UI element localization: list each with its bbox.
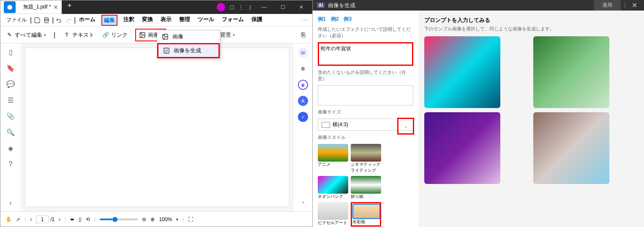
link-button[interactable]: 🔗 リンク <box>102 31 128 39</box>
sample-3[interactable] <box>424 112 500 184</box>
svg-point-2 <box>141 33 142 35</box>
zoom-in-icon[interactable]: ⊕ <box>150 216 155 222</box>
minimize-button[interactable]: — <box>257 0 272 14</box>
link-icon: 🔗 <box>102 31 109 39</box>
menu-edit[interactable]: 編集 <box>101 15 117 26</box>
style-anime[interactable]: アニメ <box>318 144 348 173</box>
menu-protect[interactable]: 保護 <box>250 15 264 26</box>
label: シネマティックライティング <box>351 162 381 173</box>
document-canvas[interactable] <box>21 43 294 211</box>
page-input[interactable] <box>36 216 49 223</box>
layers-icon[interactable]: ◈ <box>6 144 15 152</box>
sample-grid <box>424 36 638 184</box>
attachment-icon[interactable]: 📎 <box>6 112 15 120</box>
left-sidebar: ▯ 🔖 💬 ☰ 📎 🔍 ◈ ? ‹ <box>0 43 21 211</box>
redo-icon[interactable] <box>65 16 72 24</box>
expand-icon[interactable]: › <box>298 197 308 207</box>
label: 水彩画 <box>352 219 379 225</box>
ai-icon[interactable]: ◉ <box>298 80 308 90</box>
translate-icon[interactable]: A <box>298 96 308 106</box>
label: ピクセルアート <box>318 220 348 226</box>
dropdown-generate-image[interactable]: 画像を生成 <box>157 43 220 58</box>
style-neonpunk[interactable]: ネオンパンク <box>318 176 348 200</box>
image-icon <box>139 31 146 39</box>
undo-icon[interactable] <box>55 16 63 24</box>
zoom-slider[interactable] <box>100 219 138 220</box>
user-avatar[interactable] <box>217 3 225 11</box>
sample-1[interactable] <box>424 36 500 108</box>
dropdown-image[interactable]: 画像 <box>157 30 220 43</box>
examples-row: 例1 例2 例3 <box>318 16 413 23</box>
settings-icon[interactable]: ⚙ <box>298 64 308 74</box>
edit-all-button[interactable]: ✎ すべて編集▾ <box>5 31 46 39</box>
check-icon[interactable]: ✓ <box>298 112 308 122</box>
size-dropdown-caret[interactable]: ⌄ <box>397 118 414 135</box>
fullscreen-icon[interactable]: ⛶ <box>188 216 193 222</box>
add-tab-button[interactable]: + <box>64 0 74 11</box>
size-value: 横(4:3) <box>333 121 348 128</box>
prev-page-icon[interactable]: ‹ <box>30 216 32 222</box>
exclude-input[interactable] <box>318 85 413 105</box>
style-pixelart[interactable]: ピクセルアート <box>318 202 348 227</box>
fit-width-icon[interactable]: ⬌ <box>70 216 74 222</box>
svg-rect-5 <box>164 48 169 53</box>
style-origami[interactable]: 折り紙 <box>351 176 381 200</box>
hand-icon[interactable]: ✋ <box>5 216 12 222</box>
more-icon[interactable]: ⋯ <box>301 16 308 24</box>
menu-tool[interactable]: ツール <box>196 15 216 26</box>
menu-annotate[interactable]: 注釈 <box>122 15 136 26</box>
sample-4[interactable] <box>533 112 609 184</box>
menu-file[interactable]: ファイル <box>5 16 28 24</box>
example-3[interactable]: 例3 <box>344 16 352 23</box>
cursor-icon[interactable]: ⬀ <box>16 216 20 222</box>
document-page <box>25 48 289 207</box>
prompt-label: 作成したいエフェクトについて説明してください（必須） <box>318 26 413 39</box>
document-tab[interactable]: 無題_1.pdf * ✕ <box>19 1 63 13</box>
fit-page-icon[interactable]: ▯ <box>79 216 82 222</box>
close-icon[interactable]: ✕ <box>53 4 58 11</box>
list-icon[interactable]: ☰ <box>6 96 15 104</box>
next-page-icon[interactable]: › <box>59 216 60 222</box>
window-icon[interactable]: ▢ <box>229 4 235 10</box>
prompt-input[interactable]: 蛇年の年賀状 <box>318 42 413 66</box>
panel-title: 画像を生成 <box>328 2 590 9</box>
example-1[interactable]: 例1 <box>318 16 326 23</box>
menu-organize[interactable]: 整理 <box>177 15 192 26</box>
comment-icon[interactable]: 💬 <box>6 80 15 88</box>
label: リンク <box>111 31 128 39</box>
style-cinematic[interactable]: シネマティックライティング <box>351 144 381 173</box>
word-icon[interactable]: W <box>298 48 308 58</box>
bookmark-icon[interactable]: 🔖 <box>6 64 15 72</box>
sample-2[interactable] <box>533 36 609 108</box>
apply-button[interactable]: 適用 <box>594 0 621 11</box>
zoom-out-icon[interactable]: ⊖ <box>142 216 146 222</box>
rotate-icon[interactable]: ⟲ <box>86 216 90 222</box>
more-icon[interactable]: ⋮ <box>238 4 244 10</box>
menu-home[interactable]: ホーム <box>77 15 97 26</box>
ai-generate-panel: AI 画像を生成 適用 | ✕ 例1 例2 例3 作成したいエフェクトについて説… <box>313 0 644 227</box>
tab-title: 無題_1.pdf * <box>23 3 51 11</box>
zoom-value: 100% <box>159 216 172 222</box>
help-icon[interactable]: ? <box>6 160 15 168</box>
titlebar: ⬢ 無題_1.pdf * ✕ + ▢ ⋮ | — ☐ ✕ <box>0 0 312 14</box>
style-watercolor[interactable]: 水彩画 <box>351 202 381 227</box>
panel-controls: 例1 例2 例3 作成したいエフェクトについて説明してください（必須） 蛇年の年… <box>313 11 418 227</box>
label: 画像を生成 <box>174 47 201 54</box>
header-icon[interactable]: ⎘ <box>300 31 307 39</box>
image-dropdown: 画像 画像を生成 <box>157 30 220 59</box>
close-button[interactable]: ✕ <box>294 0 309 14</box>
save-icon[interactable] <box>33 16 41 24</box>
collapse-icon[interactable]: ‹ <box>6 199 15 207</box>
content-area: ▯ 🔖 💬 ☰ 📎 🔍 ◈ ? ‹ W ⚙ ◉ A ✓ › <box>0 43 312 211</box>
menu-form[interactable]: フォーム <box>220 15 246 26</box>
menu-convert[interactable]: 変換 <box>140 15 155 26</box>
text-button[interactable]: T テキスト <box>63 31 94 39</box>
menubar: ファイル | | | ホーム 編集 注釈 変換 表示 整理 ツール フォーム 保… <box>0 14 312 27</box>
maximize-button[interactable]: ☐ <box>275 0 290 14</box>
thumbnails-icon[interactable]: ▯ <box>6 48 15 56</box>
close-icon[interactable]: ✕ <box>629 1 640 9</box>
menu-view[interactable]: 表示 <box>159 15 173 26</box>
search-icon[interactable]: 🔍 <box>6 128 15 136</box>
print-icon[interactable] <box>43 16 50 24</box>
example-2[interactable]: 例2 <box>331 16 339 23</box>
